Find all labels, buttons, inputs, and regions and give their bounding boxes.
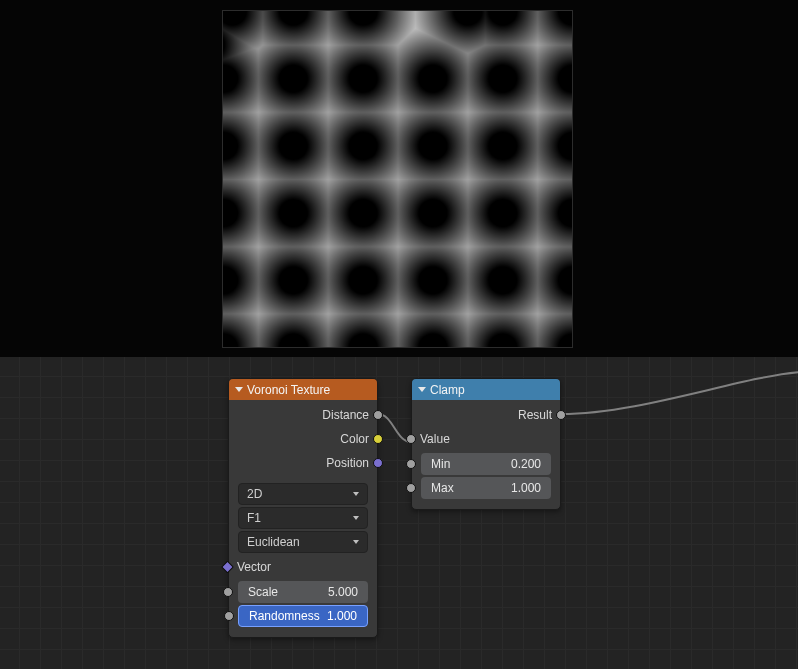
chevron-down-icon: [353, 492, 359, 496]
voronoi-texture-node[interactable]: Voronoi Texture Distance Color Position …: [228, 378, 378, 638]
node-header[interactable]: Voronoi Texture: [229, 379, 377, 400]
input-value: Value: [412, 427, 560, 451]
input-vector: Vector: [229, 555, 377, 579]
value-socket[interactable]: [406, 434, 416, 444]
node-title: Clamp: [430, 383, 465, 397]
distance-socket[interactable]: [373, 410, 383, 420]
chevron-down-icon: [353, 540, 359, 544]
vector-socket[interactable]: [221, 561, 234, 574]
node-header[interactable]: Clamp: [412, 379, 560, 400]
output-color: Color: [229, 427, 377, 451]
min-field[interactable]: Min 0.200: [421, 453, 551, 475]
node-title: Voronoi Texture: [247, 383, 330, 397]
collapse-icon[interactable]: [235, 387, 243, 392]
max-socket[interactable]: [406, 483, 416, 493]
scale-socket[interactable]: [223, 587, 233, 597]
clamp-node[interactable]: Clamp Result Value Min 0.200 Max 1.000: [411, 378, 561, 510]
randomness-socket[interactable]: [224, 611, 234, 621]
randomness-field[interactable]: Randomness 1.000: [238, 605, 368, 627]
collapse-icon[interactable]: [418, 387, 426, 392]
result-socket[interactable]: [556, 410, 566, 420]
max-field[interactable]: Max 1.000: [421, 477, 551, 499]
min-socket[interactable]: [406, 459, 416, 469]
chevron-down-icon: [353, 516, 359, 520]
dimensions-dropdown[interactable]: 2D: [238, 483, 368, 505]
output-distance: Distance: [229, 403, 377, 427]
output-position: Position: [229, 451, 377, 475]
preview-area: [0, 0, 798, 357]
voronoi-preview[interactable]: [222, 10, 573, 348]
node-editor[interactable]: Voronoi Texture Distance Color Position …: [0, 357, 798, 669]
feature-dropdown[interactable]: F1: [238, 507, 368, 529]
metric-dropdown[interactable]: Euclidean: [238, 531, 368, 553]
color-socket[interactable]: [373, 434, 383, 444]
node-wires: [0, 357, 798, 669]
output-result: Result: [412, 403, 560, 427]
position-socket[interactable]: [373, 458, 383, 468]
scale-field[interactable]: Scale 5.000: [238, 581, 368, 603]
